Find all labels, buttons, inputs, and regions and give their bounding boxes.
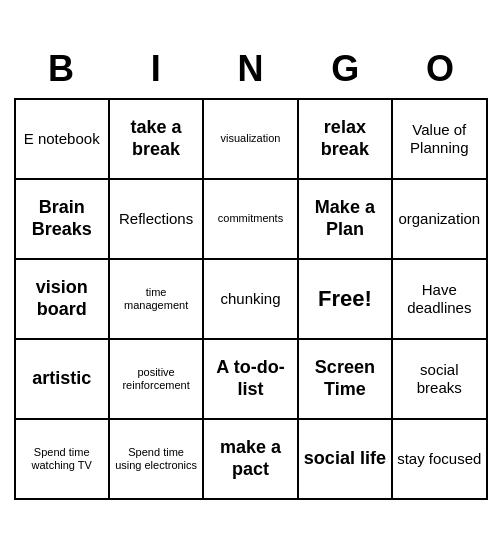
bingo-letter-n: N bbox=[203, 44, 298, 94]
bingo-cell-12: chunking bbox=[204, 260, 298, 340]
bingo-grid: E notebooktake a breakvisualizationrelax… bbox=[14, 98, 488, 500]
bingo-cell-5: Brain Breaks bbox=[16, 180, 110, 260]
bingo-cell-10: vision board bbox=[16, 260, 110, 340]
bingo-cell-18: Screen Time bbox=[299, 340, 393, 420]
bingo-cell-13: Free! bbox=[299, 260, 393, 340]
bingo-cell-17: A to-do-list bbox=[204, 340, 298, 420]
bingo-cell-22: make a pact bbox=[204, 420, 298, 500]
bingo-cell-11: time management bbox=[110, 260, 204, 340]
bingo-cell-15: artistic bbox=[16, 340, 110, 420]
bingo-cell-21: Spend time using electronics bbox=[110, 420, 204, 500]
bingo-cell-16: positive reinforcement bbox=[110, 340, 204, 420]
bingo-cell-19: social breaks bbox=[393, 340, 487, 420]
bingo-letter-g: G bbox=[298, 44, 393, 94]
bingo-cell-20: Spend time watching TV bbox=[16, 420, 110, 500]
bingo-cell-6: Reflections bbox=[110, 180, 204, 260]
bingo-cell-3: relax break bbox=[299, 100, 393, 180]
bingo-cell-0: E notebook bbox=[16, 100, 110, 180]
bingo-cell-7: commitments bbox=[204, 180, 298, 260]
bingo-cell-23: social life bbox=[299, 420, 393, 500]
bingo-cell-9: organization bbox=[393, 180, 487, 260]
bingo-cell-24: stay focused bbox=[393, 420, 487, 500]
bingo-cell-4: Value of Planning bbox=[393, 100, 487, 180]
bingo-cell-14: Have deadlines bbox=[393, 260, 487, 340]
bingo-cell-8: Make a Plan bbox=[299, 180, 393, 260]
bingo-letter-o: O bbox=[393, 44, 488, 94]
bingo-cell-2: visualization bbox=[204, 100, 298, 180]
bingo-header: BINGO bbox=[14, 44, 488, 94]
bingo-letter-b: B bbox=[14, 44, 109, 94]
bingo-card: BINGO E notebooktake a breakvisualizatio… bbox=[6, 36, 496, 508]
bingo-cell-1: take a break bbox=[110, 100, 204, 180]
bingo-letter-i: I bbox=[108, 44, 203, 94]
